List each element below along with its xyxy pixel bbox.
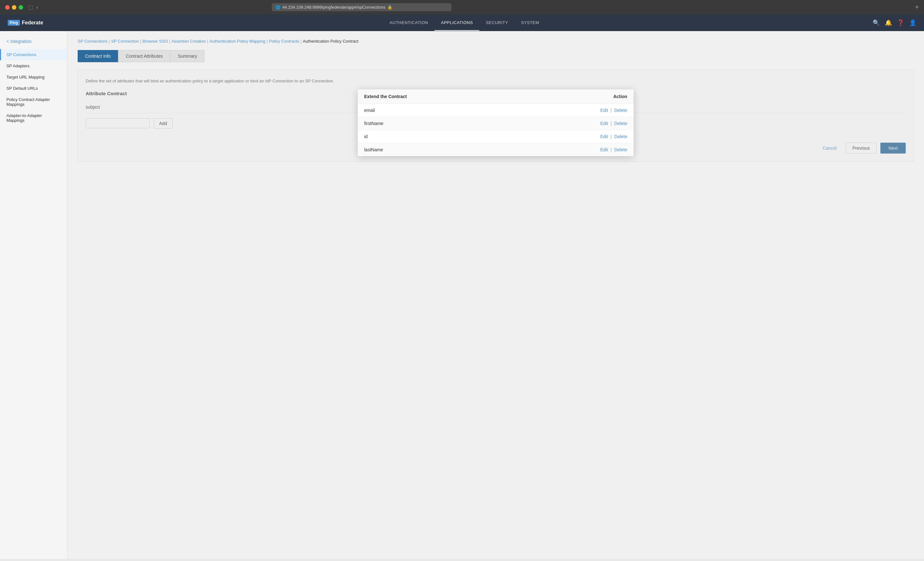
browser-controls: ⬚ ‹	[28, 4, 38, 10]
sidebar-item-label: Adapter-to-Adapter Mappings	[6, 113, 61, 123]
modal-row-firstname: firstName Edit | Delete	[358, 117, 634, 130]
edit-firstname-link[interactable]: Edit	[600, 121, 608, 126]
logo-federate: Federate	[22, 20, 44, 25]
close-button[interactable]	[5, 5, 10, 10]
new-tab-button[interactable]: +	[915, 3, 919, 11]
sidebar-back-link[interactable]: < Integration	[0, 36, 67, 49]
user-icon[interactable]: 👤	[909, 19, 916, 26]
modal-row-name-email: email	[364, 108, 582, 113]
app-logo: Ping Federate	[8, 20, 44, 25]
modal-overlay: Extend the Contract Action email Edit | …	[78, 70, 914, 161]
sidebar-item-sp-default-urls[interactable]: SP Default URLs	[0, 83, 67, 94]
address-bar[interactable]: 🌐 44.234.109.248:9999/pingfederate/app#/…	[272, 3, 452, 11]
maximize-button[interactable]	[19, 5, 23, 10]
edit-email-link[interactable]: Edit	[600, 108, 608, 113]
minimize-button[interactable]	[12, 5, 16, 10]
globe-icon: 🌐	[276, 5, 280, 10]
tab-contract-attributes[interactable]: Contract Attributes	[118, 50, 170, 62]
sidebar-item-adapter-to-adapter-mappings[interactable]: Adapter-to-Adapter Mappings	[0, 110, 67, 126]
nav-security[interactable]: Security	[479, 15, 514, 31]
tab-contract-info[interactable]: Contract Info	[78, 50, 118, 62]
delete-firstname-link[interactable]: Delete	[614, 121, 627, 126]
tabs: Contract Info Contract Attributes Summar…	[78, 50, 914, 62]
header-icons: 🔍 🔔 ❓ 👤	[873, 19, 916, 26]
modal: Extend the Contract Action email Edit | …	[358, 90, 634, 156]
tab-summary[interactable]: Summary	[170, 50, 204, 62]
sidebar-item-target-url-mapping[interactable]: Target URL Mapping	[0, 72, 67, 83]
sidebar-item-sp-adapters[interactable]: SP Adapters	[0, 60, 67, 72]
url-text: 44.234.109.248:9999/pingfederate/app#/sp…	[282, 5, 386, 10]
modal-row-actions-firstname: Edit | Delete	[582, 121, 627, 126]
bell-icon[interactable]: 🔔	[885, 19, 892, 26]
modal-header-action: Action	[582, 94, 627, 99]
breadcrumb-sp-connections[interactable]: SP Connections	[78, 39, 108, 43]
forward-button[interactable]: ‹	[36, 4, 38, 10]
app-header: Ping Federate Authentication Application…	[0, 14, 924, 31]
nav-system[interactable]: System	[514, 15, 545, 31]
breadcrumb-assertion-creation[interactable]: Assertion Creation	[171, 39, 206, 43]
modal-row-name-firstname: firstName	[364, 121, 582, 126]
modal-row-email: email Edit | Delete	[358, 104, 634, 117]
content-panel: Define the set of attributes that will b…	[78, 70, 914, 162]
sidebar-item-label: Target URL Mapping	[6, 75, 45, 79]
edit-lastname-link[interactable]: Edit	[600, 147, 608, 152]
help-icon[interactable]: ❓	[897, 19, 904, 26]
logo-ping: Ping	[8, 20, 20, 25]
nav-authentication[interactable]: Authentication	[383, 15, 434, 31]
edit-id-link[interactable]: Edit	[600, 134, 608, 139]
modal-row-name-lastname: lastName	[364, 147, 582, 152]
breadcrumb-browser-sso[interactable]: Browser SSO	[142, 39, 168, 43]
modal-row-actions-email: Edit | Delete	[582, 108, 627, 113]
sidebar: < Integration SP Connections SP Adapters…	[0, 31, 68, 559]
breadcrumb-policy-contracts[interactable]: Policy Contracts	[269, 39, 299, 43]
sidebar-item-sp-connections[interactable]: SP Connections	[0, 49, 67, 60]
sidebar-item-label: SP Connections	[6, 52, 36, 57]
traffic-lights	[5, 5, 23, 10]
modal-row-name-id: id	[364, 134, 582, 139]
modal-row-id: id Edit | Delete	[358, 130, 634, 143]
breadcrumb-current: Authentication Policy Contract	[303, 39, 358, 43]
app-body: < Integration SP Connections SP Adapters…	[0, 31, 924, 559]
sidebar-item-label: SP Default URLs	[6, 86, 38, 91]
search-icon[interactable]: 🔍	[873, 19, 880, 26]
sidebar-item-policy-contract-adapter-mappings[interactable]: Policy Contract Adapter Mappings	[0, 94, 67, 110]
delete-email-link[interactable]: Delete	[614, 108, 627, 113]
main-content: SP Connections | SP Connection | Browser…	[68, 31, 924, 559]
delete-lastname-link[interactable]: Delete	[614, 147, 627, 152]
sidebar-item-label: SP Adapters	[6, 63, 30, 68]
breadcrumb: SP Connections | SP Connection | Browser…	[78, 39, 914, 43]
modal-row-lastname: lastName Edit | Delete	[358, 143, 634, 156]
modal-header: Extend the Contract Action	[358, 90, 634, 104]
sidebar-item-label: Policy Contract Adapter Mappings	[6, 97, 61, 107]
browser-chrome: ⬚ ‹ 🌐 44.234.109.248:9999/pingfederate/a…	[0, 0, 924, 14]
lock-icon: 🔒	[387, 5, 392, 10]
modal-row-actions-id: Edit | Delete	[582, 134, 627, 139]
modal-header-name: Extend the Contract	[364, 94, 582, 99]
back-button[interactable]: ⬚	[28, 4, 33, 10]
breadcrumb-sp-connection[interactable]: SP Connection	[111, 39, 139, 43]
delete-id-link[interactable]: Delete	[614, 134, 627, 139]
nav-applications[interactable]: Applications	[434, 15, 479, 31]
main-nav: Authentication Applications Security Sys…	[56, 15, 873, 31]
breadcrumb-auth-policy-mapping[interactable]: Authentication Policy Mapping	[210, 39, 266, 43]
modal-row-actions-lastname: Edit | Delete	[582, 147, 627, 152]
